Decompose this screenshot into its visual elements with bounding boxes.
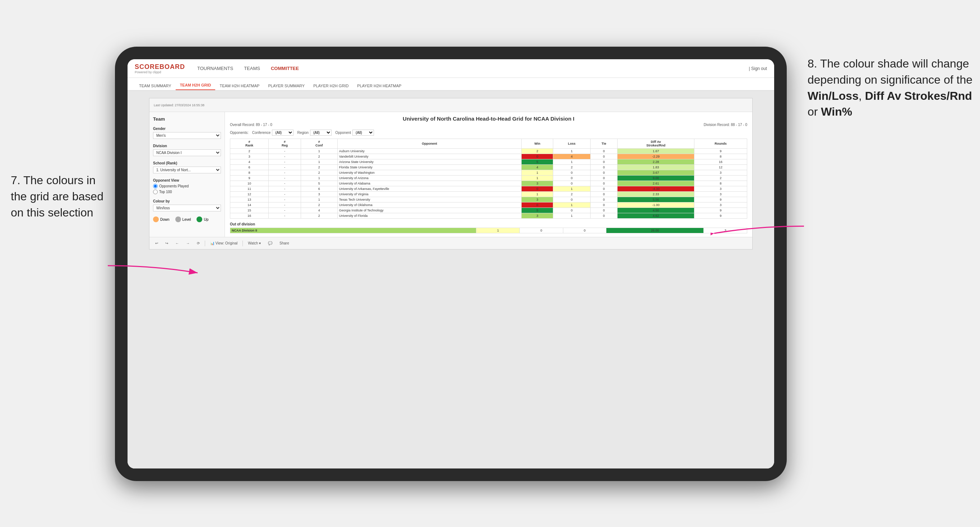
cell-11-2: 4 <box>301 208 337 213</box>
region-select[interactable]: (All) <box>310 130 332 136</box>
cell-4-2: 2 <box>301 170 337 176</box>
toolbar-undo[interactable]: ↩ <box>153 241 160 246</box>
table-row: 10-5University of Alabama3002.618 <box>230 181 747 186</box>
th-diff: Diff AvStrokes/Rnd <box>617 139 694 149</box>
subnav-team-h2h-heatmap[interactable]: TEAM H2H HEATMAP <box>215 81 264 90</box>
cell-1-8: 8 <box>694 154 747 159</box>
cell-8-8: 3 <box>694 192 747 197</box>
cell-8-4: 1 <box>522 192 553 197</box>
grid-area: University of North Carolina Head-to-Hea… <box>225 112 752 237</box>
cell-7-0: 11 <box>230 186 269 192</box>
colour-by-select[interactable]: Win/loss Diff Av Strokes/Rnd Win% <box>153 205 221 211</box>
legend-up-dot <box>197 216 202 222</box>
toolbar-redo[interactable]: ↪ <box>163 241 170 246</box>
nav-links: TOURNAMENTS TEAMS COMMITTEE <box>197 64 749 73</box>
out-of-division-table: NCAA Division II 1 0 0 26.00 3 <box>230 228 747 233</box>
toolbar-view[interactable]: 📊 View: Original <box>208 241 240 246</box>
cell-10-8: 3 <box>694 202 747 208</box>
subnav-player-h2h-heatmap[interactable]: PLAYER H2H HEATMAP <box>353 81 406 90</box>
cell-6-4: 3 <box>522 181 553 186</box>
toolbar-comment[interactable]: 💬 <box>266 241 274 246</box>
cell-11-6: 0 <box>590 208 617 213</box>
tableau-container: Last Updated: 27/03/2024 16:55:38 Team G… <box>149 98 752 249</box>
table-row: 15-4Georgia Institute of Technology5004.… <box>230 208 747 213</box>
nav-teams[interactable]: TEAMS <box>244 64 260 73</box>
data-table: #Rank #Reg #Conf Opponent Win Loss Tie D… <box>230 138 747 219</box>
toolbar-forward[interactable]: → <box>184 241 192 246</box>
sidebar-division: Division NCAA Division I <box>153 144 221 156</box>
cell-12-6: 0 <box>590 213 617 219</box>
cell-10-4: 0 <box>522 202 553 208</box>
legend-up: Up <box>197 216 208 222</box>
gender-select[interactable]: Men's <box>153 132 221 139</box>
cell-7-1: - <box>269 186 301 192</box>
subnav-team-summary[interactable]: TEAM SUMMARY <box>135 81 176 90</box>
cell-0-4: 2 <box>522 149 553 154</box>
toolbar-back[interactable]: ← <box>173 241 181 246</box>
cell-4-7: 3.67 <box>617 170 694 176</box>
subnav-player-summary[interactable]: PLAYER SUMMARY <box>264 81 309 90</box>
cell-6-0: 10 <box>230 181 269 186</box>
table-row: 13-1Texas Tech University3005.569 <box>230 197 747 202</box>
radio-top100[interactable]: Top 100 <box>153 190 221 194</box>
cell-9-5: 0 <box>553 197 590 202</box>
table-row: 2-1Auburn University2101.679 <box>230 149 747 154</box>
table-row: 11-6University of Arkansas, Fayetteville… <box>230 186 747 192</box>
cell-5-3: University of Arizona <box>337 176 522 181</box>
annotation-left: 7. The colours in the grid are based on … <box>11 172 111 221</box>
nav-tournaments[interactable]: TOURNAMENTS <box>197 64 233 73</box>
table-row: 6-2Florida State University4201.8312 <box>230 165 747 170</box>
opponent-select[interactable]: (All) <box>352 130 374 136</box>
radio-opponents-played[interactable]: Opponents Played <box>153 184 221 189</box>
cell-5-6: 0 <box>590 176 617 181</box>
annotation-winloss: Win/Loss <box>808 89 859 102</box>
toolbar-refresh[interactable]: ⟳ <box>195 241 202 246</box>
opponents-label: Opponents: <box>230 131 248 135</box>
division-label: Division <box>153 144 221 148</box>
subnav-team-h2h-grid[interactable]: TEAM H2H GRID <box>176 81 216 90</box>
cell-3-3: Florida State University <box>337 165 522 170</box>
tableau-toolbar: ↩ ↪ ← → ⟳ 📊 View: Original Watch ▾ 💬 Sha… <box>150 237 752 249</box>
division-select[interactable]: NCAA Division I <box>153 149 221 156</box>
opponent-view-label: Opponent View <box>153 178 221 183</box>
view-label: View: Original <box>216 241 238 245</box>
table-header-row: #Rank #Reg #Conf Opponent Win Loss Tie D… <box>230 139 747 149</box>
subnav-player-h2h-grid[interactable]: PLAYER H2H GRID <box>309 81 353 90</box>
cell-0-7: 1.67 <box>617 149 694 154</box>
cell-5-7: 9.00 <box>617 176 694 181</box>
cell-0-8: 9 <box>694 149 747 154</box>
out-div-win: 1 <box>476 228 520 233</box>
cell-2-3: Arizona State University <box>337 159 522 165</box>
annotation-right-text: 8. The colour shade will change dependin… <box>808 57 972 118</box>
cell-9-6: 0 <box>590 197 617 202</box>
toolbar-share[interactable]: Share <box>277 241 291 246</box>
toolbar-watch[interactable]: Watch ▾ <box>246 241 263 246</box>
legend-level-label: Level <box>183 217 191 222</box>
cell-2-5: 1 <box>553 159 590 165</box>
cell-8-1: - <box>269 192 301 197</box>
grid-title: University of North Carolina Head-to-Hea… <box>230 116 747 122</box>
toolbar-sep1 <box>205 241 205 246</box>
table-row: 4-1Arizona State University5102.2816 <box>230 159 747 165</box>
table-row: 3-2Vanderbilt University040-2.298 <box>230 154 747 159</box>
cell-0-2: 1 <box>301 149 337 154</box>
cell-9-1: - <box>269 197 301 202</box>
conference-select[interactable]: (All) <box>272 130 293 136</box>
table-row: 14-2University of Oklahoma010-1.003 <box>230 202 747 208</box>
tablet-screen: SCOREBOARD Powered by clippd TOURNAMENTS… <box>127 59 774 468</box>
cell-7-3: University of Arkansas, Fayetteville <box>337 186 522 192</box>
cell-2-4: 5 <box>522 159 553 165</box>
school-label: School (Rank) <box>153 161 221 165</box>
cell-12-3: University of Florida <box>337 213 522 219</box>
legend-level-dot <box>175 216 181 222</box>
conference-label: Conference <box>252 131 271 135</box>
division-record: Division Record: 88 - 17 - 0 <box>704 123 747 127</box>
nav-committee[interactable]: COMMITTEE <box>271 64 299 73</box>
cell-6-3: University of Alabama <box>337 181 522 186</box>
conference-filter: Conference (All) <box>252 130 294 136</box>
th-tie: Tie <box>590 139 617 149</box>
school-select[interactable]: 1. University of Nort... <box>153 167 221 173</box>
legend-down-dot <box>153 216 159 222</box>
cell-0-6: 0 <box>590 149 617 154</box>
sign-out[interactable]: | Sign out <box>749 66 767 71</box>
